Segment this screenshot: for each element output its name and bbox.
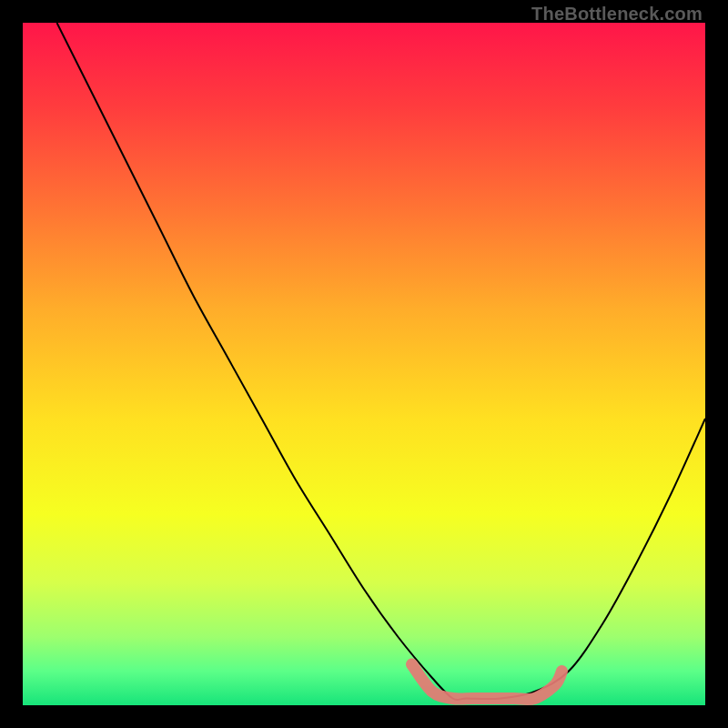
watermark-text: TheBottleneck.com: [531, 4, 703, 25]
chart-svg: [23, 23, 705, 705]
gradient-background: [23, 23, 705, 705]
chart-frame: TheBottleneck.com: [0, 0, 728, 728]
plot-area: [23, 23, 705, 705]
